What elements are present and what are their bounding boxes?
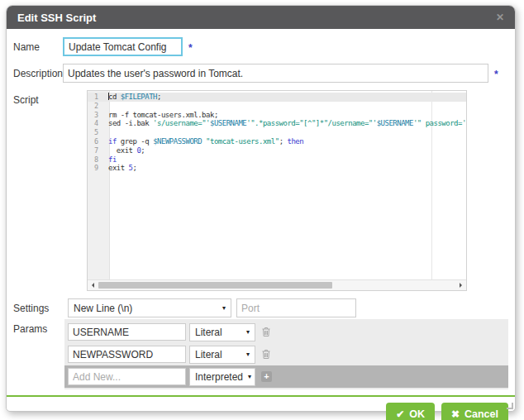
- edit-ssh-script-dialog: Edit SSH Script ✕ Name * Description * S…: [6, 5, 516, 412]
- settings-label: Settings: [13, 298, 63, 314]
- scrollbar-thumb[interactable]: [98, 282, 332, 289]
- name-input[interactable]: [63, 37, 183, 56]
- params-label: Params: [13, 319, 63, 335]
- name-row: Name *: [13, 37, 508, 56]
- line-number: 6: [88, 137, 104, 146]
- param-type-value: Literal: [195, 349, 222, 360]
- script-label: Script: [13, 90, 63, 106]
- newline-select[interactable]: New Line (\n) ▾: [68, 298, 231, 317]
- check-icon: ✔: [396, 409, 404, 419]
- dialog-title: Edit SSH Script: [17, 12, 96, 24]
- line-number: 2: [88, 102, 104, 111]
- param-type-value: Literal: [195, 327, 222, 338]
- script-line: 7 exit 0;: [88, 146, 466, 155]
- trash-icon: [261, 327, 271, 337]
- param-type-select[interactable]: Literal ▾: [189, 346, 255, 364]
- param-row-username: Literal ▾: [64, 321, 508, 343]
- chevron-down-icon: ▾: [248, 373, 251, 380]
- script-editor[interactable]: 1cd $FILEPATH;23rm -f tomcat-users.xml.b…: [87, 90, 467, 291]
- trash-icon: [261, 349, 271, 360]
- name-required-asterisk: *: [188, 37, 193, 54]
- script-line: 1cd $FILEPATH;: [88, 93, 466, 102]
- dialog-titlebar[interactable]: Edit SSH Script ✕: [7, 6, 515, 29]
- description-input[interactable]: [63, 64, 488, 83]
- line-number: 9: [88, 164, 104, 173]
- delete-param-button[interactable]: [261, 327, 271, 337]
- dialog-body: Name * Description * Script 1cd $FILEPAT…: [7, 29, 515, 389]
- param-name-input[interactable]: [68, 323, 186, 341]
- ok-button[interactable]: ✔ OK: [386, 403, 435, 420]
- param-add-row: Interpreted ▾ +: [64, 365, 508, 388]
- add-param-input[interactable]: [68, 368, 186, 385]
- param-type-value: Interpreted: [195, 371, 243, 383]
- footer: ✔ OK ✖ Cancel: [7, 397, 515, 420]
- script-line: 3rm -f tomcat-users.xml.bak;: [88, 111, 466, 120]
- delete-param-button[interactable]: [261, 349, 271, 360]
- add-param-button[interactable]: +: [261, 371, 272, 382]
- line-number: 5: [88, 128, 104, 137]
- plus-icon: +: [261, 371, 272, 382]
- name-label: Name: [13, 37, 63, 53]
- script-line: 9exit 5;: [88, 164, 466, 173]
- line-number: 4: [88, 119, 104, 128]
- description-row: Description *: [13, 64, 508, 83]
- param-name-input[interactable]: [68, 346, 186, 363]
- script-line: 4sed -i.bak 's/username="'$USERNAME'".*p…: [88, 119, 466, 128]
- script-row: Script 1cd $FILEPATH;23rm -f tomcat-user…: [13, 90, 508, 291]
- line-number: 3: [88, 111, 104, 120]
- script-line: 8fi: [88, 155, 466, 165]
- description-required-asterisk: *: [494, 64, 498, 80]
- port-input[interactable]: [236, 298, 356, 317]
- chevron-down-icon: ▾: [246, 351, 250, 358]
- description-label: Description: [13, 64, 63, 79]
- param-row-newpassword: Literal ▾: [64, 343, 508, 365]
- script-line: 5: [88, 128, 466, 137]
- cancel-button-label: Cancel: [464, 408, 498, 420]
- x-icon: ✖: [451, 409, 460, 419]
- close-icon[interactable]: ✕: [496, 12, 504, 22]
- scroll-right-arrow-icon[interactable]: [460, 283, 462, 288]
- horizontal-scrollbar[interactable]: [88, 279, 466, 290]
- line-number: 1: [88, 93, 104, 102]
- resize-handle[interactable]: [507, 403, 513, 409]
- settings-row: Settings New Line (\n) ▾: [13, 298, 508, 317]
- chevron-down-icon: ▾: [222, 304, 226, 312]
- line-number: 7: [88, 146, 104, 155]
- params-row: Params Literal ▾: [13, 319, 508, 389]
- scroll-left-arrow-icon[interactable]: [92, 283, 94, 288]
- newline-select-value: New Line (\n): [74, 303, 132, 314]
- chevron-down-icon: ▾: [246, 328, 250, 336]
- script-line: 2: [88, 102, 466, 111]
- script-line: 6if grep -q $NEWPASSWORD "tomcat-users.x…: [88, 137, 466, 146]
- line-number: 8: [88, 155, 104, 165]
- cancel-button[interactable]: ✖ Cancel: [441, 403, 508, 420]
- ok-button-label: OK: [409, 408, 425, 420]
- add-param-type-select[interactable]: Interpreted ▾: [189, 368, 255, 386]
- params-panel: Literal ▾ Literal ▾: [64, 319, 508, 389]
- script-lines[interactable]: 1cd $FILEPATH;23rm -f tomcat-users.xml.b…: [88, 93, 466, 279]
- param-type-select[interactable]: Literal ▾: [189, 323, 255, 341]
